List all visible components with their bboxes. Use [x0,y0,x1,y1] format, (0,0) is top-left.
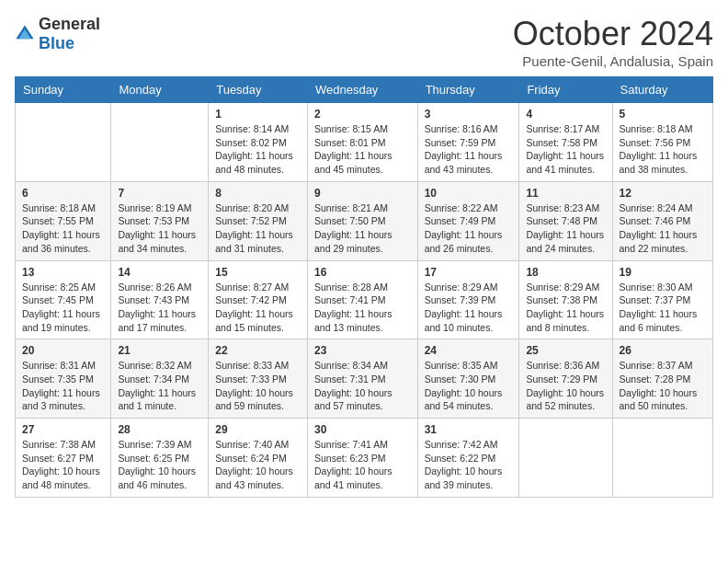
calendar-cell: 2Sunrise: 8:15 AMSunset: 8:01 PMDaylight… [307,103,417,182]
calendar-cell: 11Sunrise: 8:23 AMSunset: 7:48 PMDayligh… [519,181,612,260]
day-number: 14 [118,266,201,279]
day-number: 24 [425,344,513,357]
cell-info: Sunrise: 8:18 AMSunset: 7:56 PMDaylight:… [620,122,706,177]
cell-info: Sunrise: 7:40 AMSunset: 6:24 PMDaylight:… [215,438,301,492]
calendar-cell: 12Sunrise: 8:24 AMSunset: 7:46 PMDayligh… [612,181,712,260]
cell-info: Sunrise: 8:18 AMSunset: 7:55 PMDaylight:… [22,201,104,256]
day-number: 3 [425,108,513,121]
day-number: 18 [526,266,605,279]
day-number: 19 [620,266,706,279]
cell-info: Sunrise: 7:39 AMSunset: 6:25 PMDaylight:… [118,438,201,492]
calendar-cell: 21Sunrise: 8:32 AMSunset: 7:34 PMDayligh… [111,339,209,419]
calendar-cell: 20Sunrise: 8:31 AMSunset: 7:35 PMDayligh… [16,339,111,419]
header-wednesday: Wednesday [307,77,417,103]
cell-info: Sunrise: 8:28 AMSunset: 7:41 PMDaylight:… [314,281,411,335]
calendar-cell [111,103,209,182]
header-tuesday: Tuesday [209,77,308,103]
cell-info: Sunrise: 8:26 AMSunset: 7:43 PMDaylight:… [118,281,201,335]
calendar-cell: 14Sunrise: 8:26 AMSunset: 7:43 PMDayligh… [111,260,209,339]
cell-info: Sunrise: 8:37 AMSunset: 7:28 PMDaylight:… [620,359,706,413]
day-number: 13 [22,266,104,279]
cell-info: Sunrise: 8:20 AMSunset: 7:52 PMDaylight:… [215,201,301,256]
day-number: 17 [425,266,513,279]
day-number: 20 [22,344,104,357]
cell-info: Sunrise: 8:32 AMSunset: 7:34 PMDaylight:… [118,359,201,413]
day-number: 21 [118,344,201,357]
day-number: 22 [215,344,301,357]
calendar-cell: 26Sunrise: 8:37 AMSunset: 7:28 PMDayligh… [612,339,712,419]
page-header: General Blue October 2024 Puente-Genil, … [15,15,713,69]
calendar-table: SundayMondayTuesdayWednesdayThursdayFrid… [15,76,713,498]
calendar-cell [519,419,612,498]
cell-info: Sunrise: 8:27 AMSunset: 7:42 PMDaylight:… [215,281,301,335]
header-thursday: Thursday [417,77,519,103]
cell-info: Sunrise: 8:14 AMSunset: 8:02 PMDaylight:… [215,122,301,177]
calendar-cell: 9Sunrise: 8:21 AMSunset: 7:50 PMDaylight… [307,181,417,260]
day-number: 6 [22,187,104,200]
day-number: 7 [118,187,201,200]
cell-info: Sunrise: 8:21 AMSunset: 7:50 PMDaylight:… [314,201,411,256]
calendar-week-row: 27Sunrise: 7:38 AMSunset: 6:27 PMDayligh… [16,419,713,498]
calendar-cell: 30Sunrise: 7:41 AMSunset: 6:23 PMDayligh… [307,419,417,498]
calendar-cell: 23Sunrise: 8:34 AMSunset: 7:31 PMDayligh… [307,339,417,419]
day-number: 25 [526,344,605,357]
day-number: 8 [215,187,301,200]
calendar-cell: 29Sunrise: 7:40 AMSunset: 6:24 PMDayligh… [209,419,308,498]
day-number: 28 [118,423,201,436]
logo-text-general: General [39,15,100,33]
calendar-week-row: 6Sunrise: 8:18 AMSunset: 7:55 PMDaylight… [16,181,713,260]
header-monday: Monday [111,77,209,103]
calendar-cell: 28Sunrise: 7:39 AMSunset: 6:25 PMDayligh… [111,419,209,498]
cell-info: Sunrise: 7:41 AMSunset: 6:23 PMDaylight:… [314,438,411,492]
calendar-cell: 25Sunrise: 8:36 AMSunset: 7:29 PMDayligh… [519,339,612,419]
cell-info: Sunrise: 8:29 AMSunset: 7:38 PMDaylight:… [526,281,605,335]
logo: General Blue [15,15,100,53]
day-number: 2 [314,108,411,121]
location: Puente-Genil, Andalusia, Spain [513,53,713,69]
cell-info: Sunrise: 8:16 AMSunset: 7:59 PMDaylight:… [425,122,513,177]
cell-info: Sunrise: 8:15 AMSunset: 8:01 PMDaylight:… [314,122,411,177]
day-number: 12 [620,187,706,200]
cell-info: Sunrise: 7:38 AMSunset: 6:27 PMDaylight:… [22,438,104,492]
cell-info: Sunrise: 8:23 AMSunset: 7:48 PMDaylight:… [526,201,605,256]
cell-info: Sunrise: 8:34 AMSunset: 7:31 PMDaylight:… [314,359,411,413]
month-title: October 2024 [513,15,713,53]
cell-info: Sunrise: 8:31 AMSunset: 7:35 PMDaylight:… [22,359,104,413]
day-number: 15 [215,266,301,279]
day-number: 10 [425,187,513,200]
calendar-cell: 15Sunrise: 8:27 AMSunset: 7:42 PMDayligh… [209,260,308,339]
day-number: 23 [314,344,411,357]
calendar-cell: 31Sunrise: 7:42 AMSunset: 6:22 PMDayligh… [417,419,519,498]
calendar-cell: 16Sunrise: 8:28 AMSunset: 7:41 PMDayligh… [307,260,417,339]
calendar-week-row: 13Sunrise: 8:25 AMSunset: 7:45 PMDayligh… [16,260,713,339]
calendar-cell: 22Sunrise: 8:33 AMSunset: 7:33 PMDayligh… [209,339,308,419]
day-number: 9 [314,187,411,200]
cell-info: Sunrise: 8:33 AMSunset: 7:33 PMDaylight:… [215,359,301,413]
title-block: October 2024 Puente-Genil, Andalusia, Sp… [513,15,713,69]
calendar-cell: 8Sunrise: 8:20 AMSunset: 7:52 PMDaylight… [209,181,308,260]
day-number: 27 [22,423,104,436]
calendar-header-row: SundayMondayTuesdayWednesdayThursdayFrid… [16,77,713,103]
cell-info: Sunrise: 7:42 AMSunset: 6:22 PMDaylight:… [425,438,513,492]
calendar-cell [16,103,111,182]
day-number: 29 [215,423,301,436]
cell-info: Sunrise: 8:30 AMSunset: 7:37 PMDaylight:… [620,281,706,335]
calendar-cell: 6Sunrise: 8:18 AMSunset: 7:55 PMDaylight… [16,181,111,260]
calendar-cell: 13Sunrise: 8:25 AMSunset: 7:45 PMDayligh… [16,260,111,339]
cell-info: Sunrise: 8:35 AMSunset: 7:30 PMDaylight:… [425,359,513,413]
calendar-cell: 7Sunrise: 8:19 AMSunset: 7:53 PMDaylight… [111,181,209,260]
calendar-cell: 19Sunrise: 8:30 AMSunset: 7:37 PMDayligh… [612,260,712,339]
calendar-cell: 10Sunrise: 8:22 AMSunset: 7:49 PMDayligh… [417,181,519,260]
calendar-cell: 18Sunrise: 8:29 AMSunset: 7:38 PMDayligh… [519,260,612,339]
day-number: 4 [526,108,605,121]
header-saturday: Saturday [612,77,712,103]
calendar-cell: 3Sunrise: 8:16 AMSunset: 7:59 PMDaylight… [417,103,519,182]
header-sunday: Sunday [16,77,111,103]
day-number: 26 [620,344,706,357]
calendar-cell: 24Sunrise: 8:35 AMSunset: 7:30 PMDayligh… [417,339,519,419]
calendar-cell: 5Sunrise: 8:18 AMSunset: 7:56 PMDaylight… [612,103,712,182]
day-number: 1 [215,108,301,121]
calendar-cell: 4Sunrise: 8:17 AMSunset: 7:58 PMDaylight… [519,103,612,182]
day-number: 16 [314,266,411,279]
cell-info: Sunrise: 8:29 AMSunset: 7:39 PMDaylight:… [425,281,513,335]
